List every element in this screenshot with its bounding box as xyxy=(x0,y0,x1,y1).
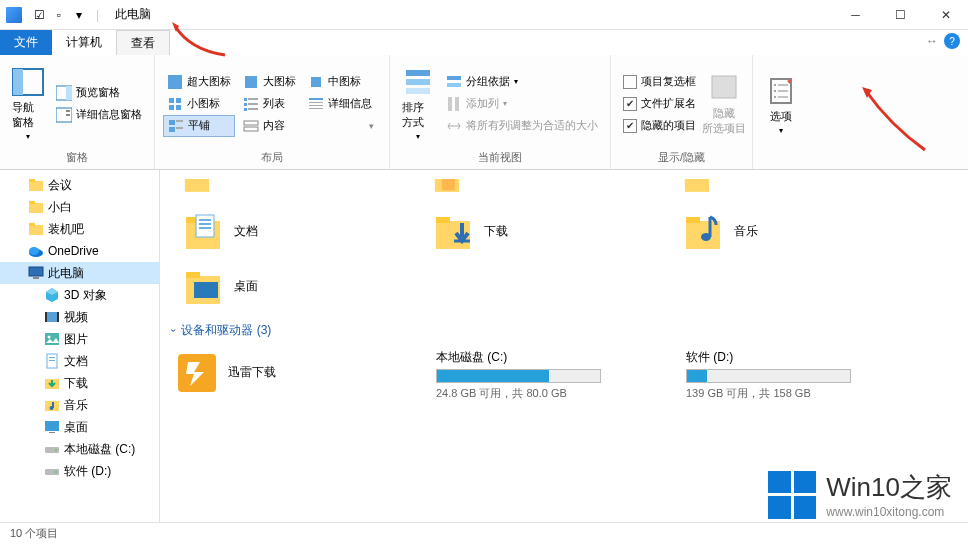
svg-rect-69 xyxy=(185,179,209,192)
check-hidden[interactable]: 隐藏的项目 xyxy=(619,115,700,137)
preview-pane-button[interactable]: 预览窗格 xyxy=(52,82,146,104)
drive-usage-bar xyxy=(436,369,601,383)
status-bar: 10 个项目 xyxy=(0,522,968,544)
minimize-ribbon-icon[interactable]: ↔ xyxy=(926,34,938,48)
sort-button[interactable]: 排序方式 ▾ xyxy=(398,59,438,148)
drive-icon xyxy=(44,463,60,479)
svg-rect-71 xyxy=(442,179,455,190)
folder-item-doc[interactable]: 文档 xyxy=(178,204,428,259)
tab-view[interactable]: 查看 xyxy=(116,30,170,55)
group-layout-label: 布局 xyxy=(163,148,381,167)
folder-icon xyxy=(28,221,44,237)
layout-more-icon[interactable]: ▾ xyxy=(304,115,376,137)
tree-item-8[interactable]: 文档 xyxy=(0,350,159,372)
svg-rect-31 xyxy=(406,79,430,85)
qat-new-folder-icon[interactable]: ▫ xyxy=(50,6,68,24)
maximize-button[interactable]: ☐ xyxy=(878,0,923,30)
folder-item-download[interactable]: 下载 xyxy=(428,204,678,259)
check-extensions[interactable]: 文件扩展名 xyxy=(619,93,700,115)
layout-s-icons[interactable]: 小图标 xyxy=(163,93,235,115)
tab-file[interactable]: 文件 xyxy=(0,30,52,55)
tree-item-11[interactable]: 桌面 xyxy=(0,416,159,438)
layout-l-icons[interactable]: 大图标 xyxy=(239,71,300,93)
ribbon: 导航窗格 ▾ 预览窗格 详细信息窗格 窗格 超大图标 小图标 平铺 xyxy=(0,55,968,170)
svg-rect-6 xyxy=(66,114,70,116)
svg-rect-13 xyxy=(176,120,183,122)
svg-point-68 xyxy=(55,471,57,473)
svg-rect-3 xyxy=(66,86,72,100)
nav-pane-label: 导航窗格 xyxy=(12,100,44,130)
svg-point-56 xyxy=(48,336,51,339)
svg-point-41 xyxy=(774,96,776,98)
ribbon-group-layout: 超大图标 小图标 平铺 大图标 列表 内容 中图标 详细信息 ▾ 布局 xyxy=(155,55,390,169)
layout-m-icons[interactable]: 中图标 xyxy=(304,71,376,93)
layout-content[interactable]: 内容 xyxy=(239,115,300,137)
nav-tree[interactable]: 会议小白装机吧OneDrive此电脑3D 对象视频图片文档下载音乐桌面本地磁盘 … xyxy=(0,170,160,522)
svg-rect-78 xyxy=(199,227,211,229)
folder-item-music[interactable]: 音乐 xyxy=(678,204,928,259)
tree-item-13[interactable]: 软件 (D:) xyxy=(0,460,159,482)
groupby-button[interactable]: 分组依据 ▾ xyxy=(442,71,602,93)
download-icon xyxy=(432,211,474,253)
tree-item-1[interactable]: 小白 xyxy=(0,196,159,218)
minimize-button[interactable]: ─ xyxy=(833,0,878,30)
hide-selected-button[interactable]: 隐藏 所选项目 xyxy=(704,59,744,148)
watermark-logo-icon xyxy=(768,471,816,519)
qat-properties-icon[interactable]: ☑ xyxy=(30,6,48,24)
doc-icon xyxy=(44,353,60,369)
svg-rect-21 xyxy=(244,108,247,111)
svg-rect-33 xyxy=(447,76,461,80)
svg-rect-43 xyxy=(29,179,35,182)
download-icon xyxy=(44,375,60,391)
help-icon[interactable]: ? xyxy=(944,33,960,49)
layout-tiles[interactable]: 平铺 xyxy=(163,115,235,137)
svg-point-49 xyxy=(29,247,39,255)
layout-details[interactable]: 详细信息 xyxy=(304,93,376,115)
svg-rect-42 xyxy=(29,181,43,191)
svg-rect-37 xyxy=(712,76,736,98)
svg-rect-34 xyxy=(447,83,461,87)
svg-rect-77 xyxy=(199,223,211,225)
device-xunlei[interactable]: 迅雷下载 xyxy=(172,345,422,400)
drive-usage-bar xyxy=(686,369,851,383)
svg-rect-19 xyxy=(244,103,247,106)
svg-point-66 xyxy=(55,449,57,451)
options-button[interactable]: 选项 ▾ xyxy=(761,59,801,151)
tree-item-0[interactable]: 会议 xyxy=(0,174,159,196)
tree-item-7[interactable]: 图片 xyxy=(0,328,159,350)
video-icon xyxy=(44,309,60,325)
svg-rect-35 xyxy=(448,97,452,111)
quick-access-toolbar: ☑ ▫ ▾ xyxy=(30,6,88,24)
drive-item-1[interactable]: 软件 (D:)139 GB 可用，共 158 GB xyxy=(672,345,922,405)
section-devices[interactable]: › 设备和驱动器 (3) xyxy=(172,322,956,339)
svg-rect-53 xyxy=(45,312,47,322)
drive-item-0[interactable]: 本地磁盘 (C:)24.8 GB 可用，共 80.0 GB xyxy=(422,345,672,405)
tree-item-10[interactable]: 音乐 xyxy=(0,394,159,416)
tree-item-9[interactable]: 下载 xyxy=(0,372,159,394)
tree-item-2[interactable]: 装机吧 xyxy=(0,218,159,240)
close-button[interactable]: ✕ xyxy=(923,0,968,30)
folder-item-desktop[interactable]: 桌面 xyxy=(178,259,428,314)
folder-icon xyxy=(28,177,44,193)
nav-pane-button[interactable]: 导航窗格 ▾ xyxy=(8,59,48,148)
window-title: 此电脑 xyxy=(115,6,151,23)
check-itemboxes[interactable]: 项目复选框 xyxy=(619,71,700,93)
layout-list[interactable]: 列表 xyxy=(239,93,300,115)
svg-rect-64 xyxy=(49,432,55,433)
svg-rect-55 xyxy=(45,333,59,345)
tree-item-3[interactable]: OneDrive xyxy=(0,240,159,262)
tree-item-12[interactable]: 本地磁盘 (C:) xyxy=(0,438,159,460)
sizeall-button[interactable]: 将所有列调整为合适的大小 xyxy=(442,115,602,137)
tree-item-6[interactable]: 视频 xyxy=(0,306,159,328)
details-pane-button[interactable]: 详细信息窗格 xyxy=(52,104,146,126)
addcol-button[interactable]: 添加列 ▾ xyxy=(442,93,602,115)
tree-item-4[interactable]: 此电脑 xyxy=(0,262,159,284)
svg-rect-80 xyxy=(436,217,450,223)
svg-rect-54 xyxy=(57,312,59,322)
item-count: 10 个项目 xyxy=(10,526,58,541)
qat-dropdown-icon[interactable]: ▾ xyxy=(70,6,88,24)
svg-rect-12 xyxy=(169,120,175,125)
layout-xl-icons[interactable]: 超大图标 xyxy=(163,71,235,93)
tree-item-5[interactable]: 3D 对象 xyxy=(0,284,159,306)
tab-computer[interactable]: 计算机 xyxy=(52,30,116,55)
